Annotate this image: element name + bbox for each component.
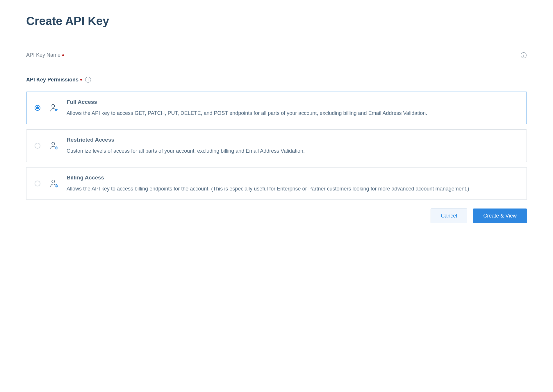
create-and-view-button[interactable]: Create & View (473, 209, 527, 223)
permission-option-description: Allows the API key to access billing end… (67, 185, 518, 193)
info-icon[interactable] (520, 52, 527, 58)
form-actions: Cancel Create & View (26, 209, 527, 223)
permission-option-text: Billing Access Allows the API key to acc… (67, 174, 518, 193)
permission-option-billing-access[interactable]: Billing Access Allows the API key to acc… (26, 167, 527, 200)
api-key-name-input[interactable] (64, 51, 520, 59)
permissions-label-row: API Key Permissions (26, 76, 527, 83)
permission-option-full-access[interactable]: Full Access Allows the API key to access… (26, 92, 527, 124)
radio-button[interactable] (35, 105, 40, 111)
cancel-button[interactable]: Cancel (431, 209, 467, 223)
permission-option-text: Restricted Access Customize levels of ac… (67, 137, 518, 155)
svg-point-9 (52, 180, 55, 183)
radio-button[interactable] (35, 143, 40, 149)
permissions-label: API Key Permissions (26, 77, 79, 83)
radio-button[interactable] (35, 181, 40, 186)
permission-option-text: Full Access Allows the API key to access… (67, 99, 518, 117)
svg-point-1 (523, 54, 524, 54)
svg-point-7 (52, 142, 55, 145)
user-star-icon (50, 104, 58, 112)
required-indicator-icon (80, 79, 82, 81)
api-key-name-label: API Key Name (26, 52, 60, 58)
permission-option-title: Full Access (67, 99, 518, 105)
user-dollar-icon (50, 179, 58, 188)
api-key-name-field-row: API Key Name (26, 51, 527, 62)
info-icon[interactable] (85, 76, 91, 83)
permission-option-description: Customize levels of access for all parts… (67, 147, 518, 155)
permission-option-description: Allows the API key to access GET, PATCH,… (67, 109, 518, 117)
permission-option-title: Restricted Access (67, 137, 518, 143)
permission-option-restricted-access[interactable]: Restricted Access Customize levels of ac… (26, 129, 527, 162)
svg-point-4 (88, 78, 88, 79)
page-title: Create API Key (26, 15, 527, 28)
svg-point-6 (52, 104, 55, 107)
permission-option-title: Billing Access (67, 174, 518, 181)
user-gear-icon (50, 141, 58, 150)
